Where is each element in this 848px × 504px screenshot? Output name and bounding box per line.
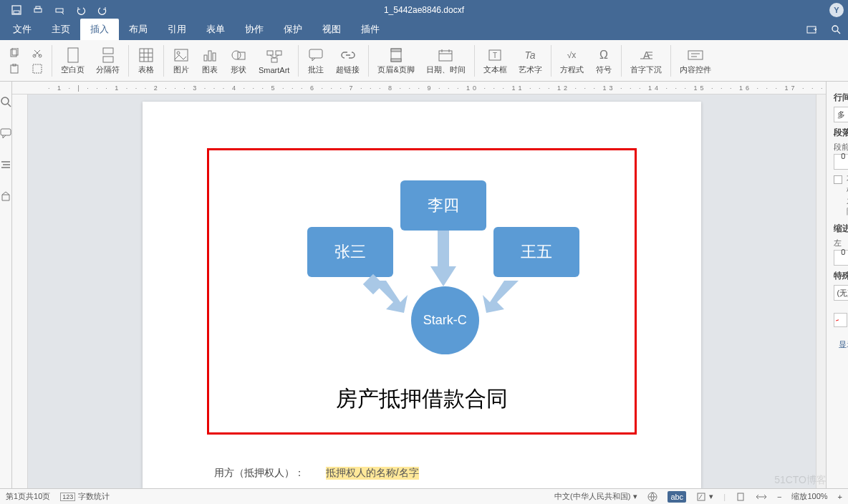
document-heading[interactable]: 房产抵押借款合同 [143, 384, 701, 414]
svg-marker-44 [483, 281, 519, 313]
cut-icon[interactable] [30, 46, 44, 60]
page-area[interactable]: 张三 李四 王五 Stark-C 房产抵押借款合同 用方（抵押权人）： 抵押权人… [28, 94, 816, 488]
search-icon[interactable] [0, 96, 11, 107]
spellcheck-toggle-icon[interactable]: abc [668, 491, 686, 503]
quickprint-icon[interactable] [49, 0, 70, 20]
page-indicator[interactable]: 第1页共10页 [6, 491, 50, 502]
menu-view[interactable]: 视图 [312, 19, 351, 40]
undo-icon[interactable] [70, 0, 92, 20]
advanced-settings-link[interactable]: 显示高级设置 [834, 339, 848, 350]
symbol-button[interactable]: Ω符号 [589, 44, 618, 77]
menu-plugins[interactable]: 插件 [351, 19, 390, 40]
svg-rect-9 [11, 65, 18, 73]
svg-rect-20 [204, 55, 207, 61]
svg-rect-55 [698, 493, 705, 500]
blank-page-button[interactable]: 空白页 [55, 44, 90, 77]
page-break-button[interactable]: 分隔符 [90, 44, 125, 77]
smartart-button[interactable]: SmartArt [253, 46, 295, 76]
date-time-button[interactable]: 日期、时间 [420, 44, 471, 77]
spellcheck-icon[interactable] [647, 492, 657, 502]
form-field[interactable]: 抵押权人的名称/名字 [326, 467, 419, 480]
image-button[interactable]: 图片 [167, 44, 196, 77]
copy-icon[interactable] [7, 46, 21, 60]
paragraph-settings-panel: 行间距 多▾ 1.15▲▼ 段落间距 段前 0 厘米▲▼ 段后 0.6 厘米▲▼… [826, 82, 848, 488]
svg-rect-25 [267, 51, 273, 55]
select-all-icon[interactable] [30, 62, 44, 76]
print-icon[interactable] [27, 0, 49, 20]
content-controls-button[interactable]: 内容控件 [674, 44, 717, 77]
track-changes-icon[interactable]: ▾ [696, 492, 713, 502]
fit-width-icon[interactable] [756, 492, 767, 502]
menu-file[interactable]: 文件 [3, 19, 42, 40]
word-count[interactable]: 123字数统计 [60, 491, 110, 502]
zoom-in-button[interactable]: + [838, 493, 842, 501]
search-icon[interactable] [831, 24, 841, 34]
shape-button[interactable]: 形状 [224, 44, 253, 77]
special-format-select[interactable]: (无)▾ [834, 285, 848, 301]
text-label: 用方（抵押权人）： [214, 467, 304, 480]
line-spacing-mode-select[interactable]: 多▾ [834, 107, 848, 122]
spacing-before-input[interactable]: 0 厘米▲▼ [834, 154, 848, 170]
zoom-out-button[interactable]: − [777, 493, 781, 501]
comments-icon[interactable] [0, 127, 11, 139]
headings-icon[interactable] [0, 159, 11, 170]
wordart-button[interactable]: Ta艺术字 [513, 44, 548, 77]
comment-button[interactable]: 批注 [302, 44, 330, 77]
svg-rect-18 [175, 49, 188, 61]
menu-layout[interactable]: 布局 [119, 19, 158, 40]
document-line[interactable]: 用方（抵押权人）： 抵押权人的名称/名字 [214, 467, 419, 480]
chart-button[interactable]: 图表 [196, 44, 224, 77]
textbox-button[interactable]: T文本框 [478, 44, 513, 77]
document-title: 1_5442ae8846.docxf [384, 5, 464, 15]
svg-text:√x: √x [567, 50, 577, 60]
svg-point-6 [832, 26, 838, 32]
smartart-center[interactable]: Stark-C [411, 286, 479, 354]
feedback-icon[interactable] [0, 190, 11, 202]
menu-forms[interactable]: 表单 [196, 19, 235, 40]
menu-collaboration[interactable]: 协作 [235, 19, 274, 40]
paste-icon[interactable] [7, 62, 21, 76]
menu-insert[interactable]: 插入 [80, 19, 119, 40]
dropcap-button[interactable]: A首字下沉 [625, 44, 668, 77]
menu-references[interactable]: 引用 [158, 19, 196, 40]
equation-button[interactable]: √x方程式 [554, 44, 589, 77]
svg-point-19 [177, 52, 180, 54]
fit-page-icon[interactable] [736, 492, 746, 502]
user-avatar[interactable]: Y [829, 3, 844, 17]
hyperlink-button[interactable]: 超链接 [330, 44, 365, 77]
status-bar: 第1页共10页 123字数统计 中文(中华人民共和国) ▾ abc ▾ | − … [0, 488, 848, 504]
bg-color-swatch[interactable] [834, 313, 848, 327]
svg-rect-22 [213, 53, 216, 61]
smartart-node-2[interactable]: 李四 [400, 180, 486, 231]
svg-rect-56 [738, 493, 743, 500]
header-footer-button[interactable]: 页眉&页脚 [372, 44, 420, 77]
title-bar: 1_5442ae8846.docxf Y [0, 0, 848, 20]
quick-access-toolbar [0, 0, 113, 20]
open-location-icon[interactable] [806, 24, 818, 34]
svg-marker-43 [430, 231, 456, 286]
table-button[interactable]: 表格 [132, 44, 160, 77]
svg-rect-27 [271, 58, 277, 62]
zoom-level[interactable]: 缩放100% [791, 491, 827, 502]
svg-rect-13 [33, 64, 42, 73]
indent-title: 缩进 [834, 223, 848, 235]
no-space-checkbox[interactable]: 不要在相同样式的段落之间添加间隔 [834, 174, 848, 217]
svg-rect-31 [391, 59, 401, 62]
horizontal-ruler[interactable]: · 1 · | · · · 1 · · · 2 · · · 3 · · · 4 … [12, 82, 826, 94]
vertical-ruler[interactable] [12, 94, 28, 488]
para-spacing-title: 段落间距 [834, 127, 848, 139]
svg-rect-3 [36, 6, 40, 9]
indent-left-input[interactable]: 0 厘米▲▼ [834, 250, 848, 266]
vertical-scrollbar[interactable] [816, 94, 826, 488]
editor: · 1 · | · · · 1 · · · 2 · · · 3 · · · 4 … [12, 82, 826, 488]
svg-text:Ta: Ta [525, 49, 536, 61]
svg-rect-39 [688, 51, 703, 59]
smartart-node-1[interactable]: 张三 [307, 227, 393, 277]
menu-protect[interactable]: 保护 [274, 19, 312, 40]
redo-icon[interactable] [92, 0, 113, 20]
save-icon[interactable] [6, 0, 27, 20]
menu-home[interactable]: 主页 [42, 19, 80, 40]
smartart-node-3[interactable]: 王五 [493, 227, 579, 277]
document-page[interactable]: 张三 李四 王五 Stark-C 房产抵押借款合同 用方（抵押权人）： 抵押权人… [143, 102, 701, 488]
language-selector[interactable]: 中文(中华人民共和国) ▾ [554, 491, 637, 502]
